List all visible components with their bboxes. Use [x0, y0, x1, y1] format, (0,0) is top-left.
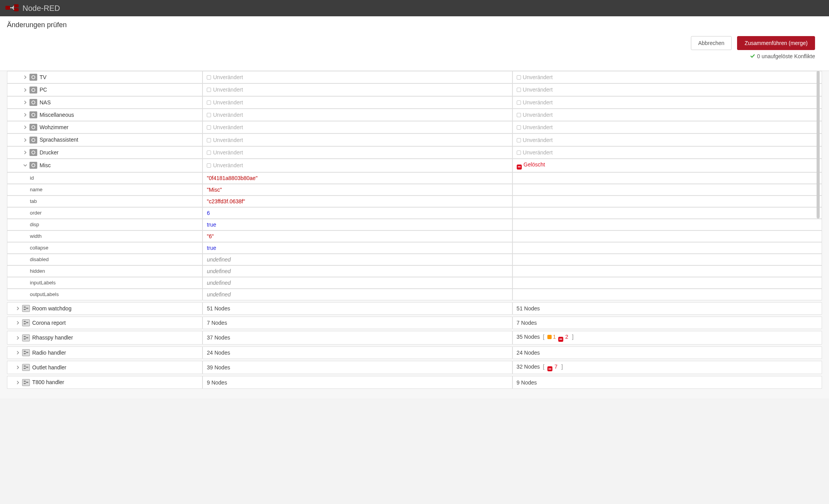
subflow-row: Outlet handler39 Nodes32 Nodes [ 7 ] — [7, 361, 822, 374]
unchanged-icon — [517, 100, 521, 105]
chevron-right-icon[interactable] — [16, 379, 21, 385]
group-icon — [29, 162, 37, 169]
group-name: NAS — [40, 99, 51, 106]
deleted-count: 7 — [554, 364, 557, 370]
chevron-right-icon[interactable] — [16, 319, 21, 326]
subflow-row: Room watchdog51 Nodes51 Nodes — [7, 302, 822, 315]
subflow-icon — [22, 305, 30, 312]
chevron-right-icon[interactable] — [23, 74, 28, 80]
group-name: TV — [40, 74, 47, 80]
diff-table: TVUnverändertUnverändertPCUnverändertUnv… — [7, 71, 822, 389]
svg-point-6 — [32, 113, 35, 116]
unchanged-label: Unverändert — [523, 149, 553, 156]
node-count: 51 Nodes — [517, 305, 540, 312]
prop-right-empty — [512, 277, 822, 289]
chevron-right-icon[interactable] — [16, 364, 21, 370]
prop-key: hidden — [7, 265, 202, 277]
prop-row: disptrue — [7, 219, 822, 230]
node-count: 32 Nodes — [517, 364, 540, 370]
deleted-count: 2 — [565, 334, 568, 340]
chevron-right-icon[interactable] — [23, 124, 28, 130]
group-icon — [29, 111, 37, 118]
unchanged-icon — [517, 113, 521, 117]
svg-point-9 — [32, 151, 35, 154]
svg-rect-27 — [24, 383, 26, 384]
group-name: Misc — [40, 162, 51, 168]
svg-rect-25 — [26, 367, 28, 368]
chevron-right-icon[interactable] — [23, 86, 28, 92]
group-icon — [29, 87, 37, 94]
prop-value: "0f4181a8803b80ae" — [207, 175, 258, 181]
group-icon — [29, 137, 37, 144]
svg-rect-20 — [24, 351, 26, 352]
subflow-icon — [22, 334, 30, 341]
chevron-right-icon[interactable] — [23, 136, 28, 142]
chevron-right-icon[interactable] — [16, 349, 21, 355]
subflow-icon — [22, 379, 30, 386]
prop-row: collapsetrue — [7, 242, 822, 254]
svg-rect-12 — [24, 309, 26, 310]
group-row: NASUnverändertUnverändert — [7, 96, 822, 109]
prop-row: tab"c23ffd3f.0638f" — [7, 196, 822, 207]
svg-rect-0 — [5, 6, 10, 10]
prop-right-empty — [512, 230, 822, 242]
node-count: 24 Nodes — [207, 350, 230, 356]
deleted-icon — [558, 337, 563, 342]
prop-right-empty — [512, 254, 822, 265]
cancel-button[interactable]: Abbrechen — [691, 36, 732, 50]
prop-value: undefined — [207, 256, 231, 263]
prop-right-empty — [512, 184, 822, 196]
chevron-right-icon[interactable] — [23, 99, 28, 105]
node-count: 51 Nodes — [207, 305, 230, 312]
svg-rect-24 — [24, 368, 26, 369]
prop-row: outputLabelsundefined — [7, 289, 822, 300]
prop-key: disp — [7, 219, 202, 230]
prop-value: "Misc" — [207, 187, 222, 193]
unchanged-label: Unverändert — [213, 112, 243, 118]
unchanged-icon — [207, 151, 211, 155]
prop-right-empty — [512, 172, 822, 184]
svg-rect-13 — [26, 308, 28, 309]
prop-right-empty — [512, 196, 822, 207]
prop-right-empty — [512, 265, 822, 277]
svg-rect-17 — [24, 336, 26, 337]
prop-key: collapse — [7, 242, 202, 254]
group-icon — [29, 74, 37, 81]
chevron-right-icon[interactable] — [16, 334, 21, 340]
prop-row: order6 — [7, 207, 822, 219]
svg-rect-28 — [26, 382, 28, 383]
unchanged-label: Unverändert — [213, 74, 243, 80]
chevron-right-icon[interactable] — [23, 149, 28, 155]
prop-value: undefined — [207, 280, 231, 286]
prop-value: "6" — [207, 233, 214, 239]
chevron-down-icon[interactable] — [23, 162, 28, 168]
subflow-icon — [22, 319, 30, 326]
unchanged-label: Unverändert — [213, 124, 243, 130]
svg-point-8 — [32, 139, 35, 142]
app-title: Node-RED — [22, 4, 60, 13]
check-icon — [750, 53, 755, 60]
svg-rect-22 — [26, 352, 28, 353]
deleted-icon — [517, 165, 522, 170]
svg-point-5 — [32, 101, 35, 104]
deleted-label: Gelöscht — [524, 161, 545, 168]
group-row: DruckerUnverändertUnverändert — [7, 146, 822, 159]
unchanged-label: Unverändert — [213, 149, 243, 156]
unchanged-icon — [207, 113, 211, 117]
prop-right-empty — [512, 207, 822, 219]
svg-point-3 — [32, 76, 35, 79]
node-count: 7 Nodes — [517, 320, 537, 326]
chevron-right-icon[interactable] — [16, 305, 21, 311]
node-count: 7 Nodes — [207, 320, 227, 326]
subflow-row: Radio handler24 Nodes24 Nodes — [7, 346, 822, 359]
svg-rect-1 — [14, 4, 19, 7]
prop-value: true — [207, 245, 216, 251]
prop-right-empty — [512, 219, 822, 230]
changed-count: 1 — [553, 334, 556, 340]
merge-button[interactable]: Zusammenführen (merge) — [737, 36, 815, 50]
group-name: Drucker — [40, 149, 59, 156]
prop-value: true — [207, 222, 216, 228]
chevron-right-icon[interactable] — [23, 111, 28, 118]
prop-value: "c23ffd3f.0638f" — [207, 198, 245, 204]
prop-row: name"Misc" — [7, 184, 822, 196]
